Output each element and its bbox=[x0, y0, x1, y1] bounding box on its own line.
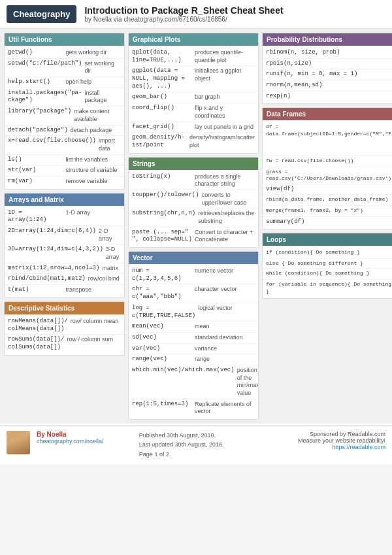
table-row: rowSums(data[])/ colSums(data[])row / co… bbox=[5, 335, 124, 352]
logo: Cheatography bbox=[7, 5, 76, 23]
table-row: rbind/cbind(mat1,mat2)row/col bind bbox=[5, 274, 124, 285]
sponsor-sub: Measure your website readability! bbox=[289, 437, 385, 444]
table-row: rep(1:5,times=3)Replicate elements of ve… bbox=[129, 399, 258, 417]
footer-published: Published 30th August, 2018. Last update… bbox=[139, 431, 283, 459]
section-util-body: getwd()gets working dir setwd("C:/file/p… bbox=[5, 46, 124, 189]
table-row: install.packages("pa-ckage")install pack… bbox=[5, 88, 124, 107]
section-strings: Strings toString(x)produces a single cha… bbox=[128, 157, 259, 248]
section-dataframes-body: df = data.frame(subjectID=1:5,gender=c("… bbox=[263, 120, 392, 229]
header: Cheatography Introduction to Package R_S… bbox=[0, 0, 392, 29]
section-loops: Loops if (condition){ Do something }ifel… bbox=[262, 233, 392, 299]
table-row: 1D = array(1:24)1-D array bbox=[5, 208, 124, 226]
footer-sponsor: Sponsored by Readable.com Measure your w… bbox=[289, 431, 385, 450]
table-row: rbind(a_data_frame, another_data_frame)B… bbox=[263, 195, 392, 206]
table-row: setwd("C:/file/path")set working dir bbox=[5, 59, 124, 77]
table-row: view(df)opens editor bbox=[263, 184, 392, 195]
avatar bbox=[7, 431, 30, 454]
page: Cheatography Introduction to Package R_S… bbox=[0, 0, 392, 464]
table-row: detach("package")detach package bbox=[5, 126, 124, 137]
table-row: runif(n, min = 0, max = 1)Uniform bbox=[263, 69, 392, 80]
table-row: summary(df)returns descriptive statistic… bbox=[263, 217, 392, 227]
section-probability-header: Probability Distributions bbox=[263, 33, 392, 46]
section-vector-body: num = c(1,2,3,4,5,6)numeric vector chr =… bbox=[129, 264, 258, 419]
section-arrays: Arrays and Matrix 1D = array(1:24)1-D ar… bbox=[4, 193, 125, 298]
table-row: substring(chr,n,n)retrieves/replaces the… bbox=[129, 209, 258, 227]
table-row: chr = c("aaa","bbb")character vector bbox=[129, 284, 258, 303]
table-row: log = c(TRUE,TRUE,FALSE)logical vector bbox=[129, 303, 258, 322]
right-column: Probability Distributions rbinom(n, size… bbox=[262, 33, 392, 420]
mid-column: Graphical Plots qplot(data, line=TRUE,..… bbox=[128, 33, 259, 420]
table-row: df = data.frame(subjectID=1:5,gender=c("… bbox=[263, 122, 392, 156]
table-row: toString(x)produces a single character s… bbox=[129, 172, 258, 190]
table-row: fw = read.csv(file.choose())Importing da… bbox=[263, 156, 392, 167]
avatar-image bbox=[7, 431, 30, 454]
section-vector-header: Vector bbox=[129, 252, 258, 264]
sponsor-label: Sponsored by Readable.com bbox=[289, 431, 385, 437]
updated-date: Last updated 30th August, 2018. bbox=[139, 440, 283, 449]
table-row: geom_bar()bar graph bbox=[129, 92, 258, 103]
table-row: while (condition){ Do something }while l… bbox=[263, 269, 392, 280]
section-desc: Descriptive Statistics rowMeans(data[])/… bbox=[4, 301, 125, 356]
section-strings-body: toString(x)produces a single character s… bbox=[129, 170, 258, 248]
table-row: num = c(1,2,3,4,5,6)numeric vector bbox=[129, 266, 258, 284]
author-name: By Noella bbox=[37, 431, 133, 438]
section-desc-header: Descriptive Statistics bbox=[5, 302, 124, 314]
table-row: else { Do something different } bbox=[263, 259, 392, 269]
table-row: help.start()open help bbox=[5, 77, 124, 88]
section-strings-header: Strings bbox=[129, 158, 258, 170]
table-row: range(vec)range bbox=[129, 354, 258, 365]
section-graphical-header: Graphical Plots bbox=[129, 33, 258, 46]
page-title: Introduction to Package R_Sheet Cheat Sh… bbox=[84, 5, 283, 16]
section-graphical: Graphical Plots qplot(data, line=TRUE,..… bbox=[128, 33, 259, 154]
table-row: paste (... sep=" ", collapse=NULL)Conver… bbox=[129, 227, 258, 245]
table-row: merge(frame1, frame2, by = "x")Merge 2 d… bbox=[263, 206, 392, 217]
table-row: sd(vec)standard deviation bbox=[129, 333, 258, 344]
table-row: if (condition){ Do something }ifelse sta… bbox=[263, 248, 392, 259]
table-row: rexp(n)Exponential bbox=[263, 92, 392, 102]
table-row: rpois(n,size)Poisson bbox=[263, 59, 392, 70]
table-row: rowMeans(data[])/ colMeans(data[])row/ c… bbox=[5, 316, 124, 335]
section-dataframes: Data Frames df = data.frame(subjectID=1:… bbox=[262, 107, 392, 229]
section-util-header: Util Functions bbox=[5, 33, 124, 46]
table-row: str(var)structure of variable bbox=[5, 165, 124, 177]
table-row: getwd()gets working dir bbox=[5, 48, 124, 59]
section-arrays-body: 1D = array(1:24)1-D array 2D=array(1:24,… bbox=[5, 206, 124, 297]
footer-author: By Noella cheatography.com/noella/ bbox=[37, 431, 133, 445]
table-row: for (variable in sequence){ Do something… bbox=[263, 280, 392, 296]
table-row: facet_grid()lay out panels in a grid bbox=[129, 122, 258, 133]
section-arrays-header: Arrays and Matrix bbox=[5, 193, 124, 206]
table-row: t(mat)transpose bbox=[5, 285, 124, 295]
section-probability: Probability Distributions rbinom(n, size… bbox=[262, 33, 392, 104]
section-graphical-body: qplot(data, line=TRUE,...)produces quant… bbox=[129, 46, 258, 153]
section-dataframes-header: Data Frames bbox=[263, 108, 392, 120]
table-row: x=read.csv(file.choose())import data bbox=[5, 136, 124, 154]
table-row: qplot(data, line=TRUE,...)produces quant… bbox=[129, 48, 258, 66]
section-loops-body: if (condition){ Do something }ifelse sta… bbox=[263, 246, 392, 298]
table-row: var(vec)variance bbox=[129, 344, 258, 355]
sponsor-link[interactable]: https://readable.com bbox=[289, 444, 385, 450]
table-row: rnorm(n,mean,sd)Normal bbox=[263, 80, 392, 92]
table-row: matrix(1:12,nrow=4,ncol=3)matrix bbox=[5, 263, 124, 275]
table-row: 2D=array(1:24,dim=c(6,4))2-D array bbox=[5, 226, 124, 244]
page-number: Page 1 of 2. bbox=[139, 450, 283, 459]
published-date: Published 30th August, 2018. bbox=[139, 431, 283, 440]
header-byline: by Noella via cheatography.com/67160/cs/… bbox=[84, 16, 283, 23]
table-row: rm(var)remove variable bbox=[5, 177, 124, 187]
author-link[interactable]: cheatography.com/noella/ bbox=[37, 438, 133, 445]
section-desc-body: rowMeans(data[])/ colMeans(data[])row/ c… bbox=[5, 314, 124, 355]
footer: By Noella cheatography.com/noella/ Publi… bbox=[0, 425, 392, 464]
content-area: Util Functions getwd()gets working dir s… bbox=[0, 29, 392, 424]
table-row: rbinom(n, size, prob)Binomial bbox=[263, 48, 392, 59]
section-loops-header: Loops bbox=[263, 233, 392, 246]
table-row: ggplot(data = NULL, mapping = aes(), ...… bbox=[129, 66, 258, 92]
section-vector: Vector num = c(1,2,3,4,5,6)numeric vecto… bbox=[128, 251, 259, 420]
table-row: library("package")make content available bbox=[5, 107, 124, 125]
left-column: Util Functions getwd()gets working dir s… bbox=[4, 33, 125, 420]
table-row: geom_density/h-ist/pointdensity/histogra… bbox=[129, 133, 258, 150]
section-probability-body: rbinom(n, size, prob)Binomial rpois(n,si… bbox=[263, 46, 392, 103]
table-row: mean(vec)mean bbox=[129, 322, 258, 333]
section-util: Util Functions getwd()gets working dir s… bbox=[4, 33, 125, 190]
table-row: which.min(vec)/which.max(vec)position of… bbox=[129, 365, 258, 399]
table-row: ls()list the variables bbox=[5, 155, 124, 166]
table-row: 3D=array(1:24,dim=c(4,3,2))3-D array bbox=[5, 244, 124, 263]
